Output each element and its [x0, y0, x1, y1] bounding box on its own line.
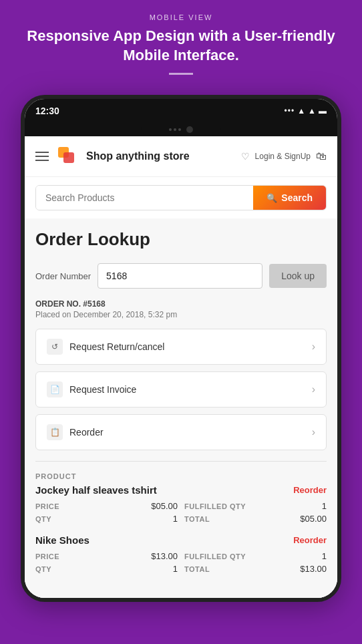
fulfilled-qty-row-1: FULFILLED QTY 1: [184, 501, 327, 511]
price-row-2: PRICE $13.00: [35, 551, 178, 561]
qty-value-2: 1: [173, 564, 178, 574]
price-label-1: PRICE: [35, 502, 59, 510]
order-info-box: ORDER NO. #5168 Placed on December 20, 2…: [35, 299, 327, 319]
price-value-2: $13.00: [151, 551, 178, 561]
qty-value-1: 1: [173, 514, 178, 524]
divider: [169, 73, 193, 75]
product-name-row-1: Jockey half sleaves tshirt Reorder: [35, 484, 327, 496]
product-name-2: Nike Shoes: [35, 534, 89, 546]
product-details-1: PRICE $05.00 FULFILLED QTY 1 QTY 1 TOTAL…: [35, 501, 327, 524]
order-number-input[interactable]: [98, 263, 262, 289]
product-item-2: Nike Shoes Reorder PRICE $13.00 FULFILLE…: [35, 534, 327, 574]
product-name-1: Jockey half sleaves tshirt: [35, 484, 157, 496]
signal-icon: ▲: [308, 106, 316, 116]
header-section: MOBILE VIEW Responsive App Design with a…: [0, 0, 362, 95]
search-bar: 🔍 Search: [35, 185, 327, 210]
search-button[interactable]: 🔍 Search: [253, 186, 326, 210]
mobile-view-label: MOBILE VIEW: [13, 13, 349, 21]
cart-bag-icon[interactable]: 🛍: [316, 150, 327, 162]
logo-icon: [55, 144, 79, 168]
search-button-label: Search: [281, 192, 313, 203]
total-label-1: TOTAL: [184, 515, 210, 523]
total-value-2: $13.00: [300, 564, 327, 574]
qty-label-2: QTY: [35, 565, 51, 573]
return-chevron-icon: ›: [312, 341, 315, 353]
return-label: Request Return/cancel: [69, 341, 164, 352]
qty-row-1: QTY 1: [35, 514, 178, 524]
nav-bar: Shop anything store ♡ Login & SignUp 🛍: [25, 136, 337, 177]
notch-camera: [186, 126, 193, 133]
product-name-row-2: Nike Shoes Reorder: [35, 534, 327, 546]
action-card-left: ↺ Request Return/cancel: [47, 339, 164, 355]
status-icons: ••• ▲ ▲ ▬: [285, 106, 327, 116]
fulfilled-qty-label-2: FULFILLED QTY: [184, 552, 246, 560]
fulfilled-qty-value-2: 1: [322, 551, 327, 561]
return-icon: ↺: [47, 339, 63, 355]
section-divider: [35, 461, 327, 462]
heart-icon: ♡: [241, 151, 250, 162]
notch-dots: [169, 128, 181, 131]
product-details-2: PRICE $13.00 FULFILLED QTY 1 QTY 1 TOTAL…: [35, 551, 327, 574]
action-card-left-invoice: 📄 Request Invoice: [47, 381, 136, 397]
total-value-1: $05.00: [300, 514, 327, 524]
order-number-row: Order Number Look up: [35, 263, 327, 289]
reorder-label: Reorder: [69, 427, 104, 438]
lookup-button[interactable]: Look up: [269, 264, 327, 288]
total-row-2: TOTAL $13.00: [184, 564, 327, 574]
reorder-chevron-icon: ›: [312, 426, 315, 438]
action-card-reorder[interactable]: 📋 Reorder ›: [35, 414, 327, 450]
reorder-icon: 📋: [47, 424, 63, 440]
main-content: Order Lookup Order Number Look up ORDER …: [25, 218, 337, 598]
search-input[interactable]: [36, 186, 253, 210]
price-row-1: PRICE $05.00: [35, 501, 178, 511]
phone-frame: 12:30 ••• ▲ ▲ ▬: [21, 95, 341, 602]
page-headline: Responsive App Design with a User-friend…: [13, 27, 349, 65]
notch-row: [25, 123, 337, 136]
battery-icon: ▬: [319, 106, 327, 116]
product-section-label: PRODUCT: [35, 472, 327, 480]
app-content: Shop anything store ♡ Login & SignUp 🛍 🔍…: [25, 136, 337, 598]
fulfilled-qty-row-2: FULFILLED QTY 1: [184, 551, 327, 561]
notch: [141, 123, 221, 136]
invoice-label: Request Invoice: [69, 384, 136, 395]
product-item-1: Jockey half sleaves tshirt Reorder PRICE…: [35, 484, 327, 524]
status-bar: 12:30 ••• ▲ ▲ ▬: [25, 99, 337, 123]
login-link[interactable]: Login & SignUp: [255, 152, 311, 161]
invoice-icon: 📄: [47, 381, 63, 397]
price-label-2: PRICE: [35, 552, 59, 560]
qty-label-1: QTY: [35, 515, 51, 523]
total-label-2: TOTAL: [184, 565, 210, 573]
reorder-link-1[interactable]: Reorder: [293, 485, 327, 495]
fulfilled-qty-value-1: 1: [322, 501, 327, 511]
invoice-chevron-icon: ›: [312, 383, 315, 395]
dots-icon: •••: [285, 106, 295, 116]
nav-left: Shop anything store: [35, 144, 190, 168]
price-value-1: $05.00: [151, 501, 178, 511]
order-no-text: ORDER NO. #5168: [35, 299, 327, 309]
action-card-left-reorder: 📋 Reorder: [47, 424, 104, 440]
reorder-link-2[interactable]: Reorder: [293, 535, 327, 545]
qty-row-2: QTY 1: [35, 564, 178, 574]
fulfilled-qty-label-1: FULFILLED QTY: [184, 502, 246, 510]
action-card-invoice[interactable]: 📄 Request Invoice ›: [35, 371, 327, 408]
order-number-label: Order Number: [35, 271, 91, 281]
svg-rect-1: [63, 152, 74, 163]
total-row-1: TOTAL $05.00: [184, 514, 327, 524]
search-mag-icon: 🔍: [266, 193, 277, 203]
order-placed-text: Placed on December 20, 2018, 5:32 pm: [35, 310, 327, 319]
wifi-icon: ▲: [297, 106, 305, 116]
nav-right: ♡ Login & SignUp 🛍: [241, 150, 327, 162]
hamburger-menu[interactable]: [35, 152, 49, 161]
action-card-return[interactable]: ↺ Request Return/cancel ›: [35, 329, 327, 365]
page-title: Order Lookup: [35, 229, 327, 250]
store-name: Shop anything store: [86, 150, 190, 162]
status-time: 12:30: [35, 106, 59, 116]
